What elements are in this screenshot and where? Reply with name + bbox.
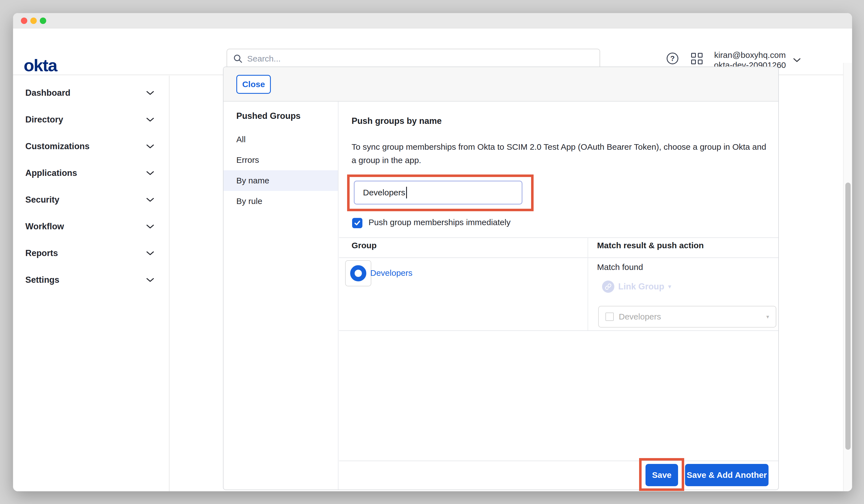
search-input[interactable]	[247, 54, 593, 63]
scrollbar-track[interactable]	[843, 63, 852, 491]
search-icon	[233, 54, 243, 63]
page-title: Push groups by name	[351, 116, 442, 126]
save-button[interactable]: Save	[646, 464, 678, 486]
push-by-name-content: Push groups by name To sync group member…	[339, 101, 778, 490]
push-immediately-checkbox[interactable]	[352, 218, 362, 228]
help-question-mark: ?	[670, 54, 675, 63]
sidebar-nav: Dashboard Directory Customizations Appli…	[13, 76, 169, 491]
sidebar-item-dashboard[interactable]: Dashboard	[13, 80, 169, 106]
okta-logo: okta	[24, 57, 57, 74]
chevron-down-icon	[146, 144, 154, 148]
description-text: To sync group memberships from Okta to S…	[351, 140, 766, 167]
sidebar-item-directory[interactable]: Directory	[13, 106, 169, 133]
match-status: Match found	[597, 262, 643, 272]
column-header-match: Match result & push action	[597, 241, 704, 250]
app-group-select-value: Developers	[619, 312, 761, 322]
nav-item-all[interactable]: All	[224, 129, 338, 150]
apps-grid-icon[interactable]	[691, 53, 703, 64]
checkmark-icon	[354, 219, 361, 227]
chevron-down-icon	[146, 225, 154, 229]
footer-border	[339, 460, 778, 461]
save-add-another-button[interactable]: Save & Add Another	[685, 464, 769, 486]
browser-window: okta ? kiran@boxyhq.com okta-dev-2090126…	[13, 13, 852, 491]
window-titlebar	[13, 13, 852, 28]
table-top-border	[339, 237, 778, 238]
group-ring-icon	[350, 265, 366, 281]
sidebar-item-customizations[interactable]: Customizations	[13, 133, 169, 160]
sidebar-item-security[interactable]: Security	[13, 187, 169, 213]
pushed-groups-nav: Pushed Groups All Errors By name By rule	[224, 101, 338, 490]
global-search[interactable]	[227, 49, 600, 69]
caret-down-icon: ▾	[668, 283, 671, 290]
chevron-down-icon	[146, 171, 154, 175]
link-icon	[602, 280, 614, 293]
table-column-divider	[588, 237, 588, 331]
text-cursor	[406, 187, 407, 199]
help-icon[interactable]: ?	[667, 52, 678, 64]
nav-item-by-name[interactable]: By name	[224, 170, 338, 191]
chevron-down-icon	[146, 118, 154, 122]
push-groups-panel: Close Pushed Groups All Errors By name B…	[223, 67, 779, 490]
window-minimize-button[interactable]	[30, 17, 37, 24]
chevron-down-icon	[146, 91, 154, 95]
group-name-value: Developers	[363, 188, 405, 197]
group-name-link[interactable]: Developers	[370, 268, 412, 278]
sidebar-item-reports[interactable]: Reports	[13, 240, 169, 267]
group-name-input[interactable]: Developers	[354, 181, 523, 205]
chevron-down-icon	[146, 278, 154, 282]
sidebar-item-workflow[interactable]: Workflow	[13, 213, 169, 240]
app-group-select[interactable]: Developers ▾	[598, 306, 776, 327]
pushed-groups-title: Pushed Groups	[236, 111, 338, 121]
chevron-down-icon	[146, 251, 154, 255]
chevron-down-icon	[146, 198, 154, 202]
close-button[interactable]: Close	[236, 75, 271, 94]
table-header-border	[339, 257, 778, 258]
link-group-label: Link Group	[618, 281, 664, 292]
group-placeholder-icon	[605, 313, 614, 321]
account-email: kiran@boxyhq.com	[714, 50, 786, 60]
group-avatar	[345, 260, 371, 286]
chevron-down-icon	[793, 58, 801, 62]
sidebar-item-applications[interactable]: Applications	[13, 160, 169, 187]
column-header-group: Group	[351, 241, 376, 250]
nav-item-by-rule[interactable]: By rule	[224, 191, 338, 212]
link-group-button[interactable]: Link Group ▾	[602, 280, 671, 293]
table-row-border	[339, 330, 778, 331]
nav-item-errors[interactable]: Errors	[224, 150, 338, 170]
window-close-button[interactable]	[21, 17, 27, 24]
panel-header: Close	[224, 67, 778, 101]
select-caret-icon: ▾	[766, 313, 769, 320]
scrollbar-thumb[interactable]	[845, 182, 851, 450]
push-immediately-label: Push group memberships immediately	[369, 218, 511, 227]
sidebar-item-settings[interactable]: Settings	[13, 267, 169, 293]
window-zoom-button[interactable]	[40, 17, 46, 24]
